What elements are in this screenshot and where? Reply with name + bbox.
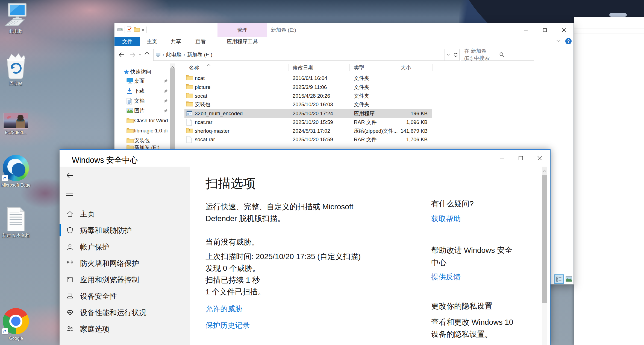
download-icon (127, 88, 133, 95)
aside-improve-heading: 中心 (431, 257, 446, 268)
allowed-threats-link[interactable]: 允许的威胁 (205, 304, 242, 314)
explorer-titlebar[interactable]: 管理 新加卷 (E:) (114, 23, 574, 37)
tab-view[interactable]: 查看 (190, 37, 211, 46)
background-window-toolbar-line (574, 28, 644, 28)
column-divider[interactable] (349, 64, 350, 71)
document-icon (127, 98, 132, 106)
scroll-up-icon[interactable] (542, 167, 547, 175)
new-folder-icon[interactable] (134, 27, 140, 33)
security-nav-item[interactable]: 家庭选项 (60, 321, 190, 337)
qat-dropdown-icon[interactable] (142, 27, 145, 32)
file-name: ncat.rar (195, 118, 212, 126)
security-nav-item[interactable]: 防火墙和网络保护 (60, 255, 190, 272)
security-nav-item[interactable]: 设备性能和运行状况 (60, 305, 190, 321)
sort-ascending-icon (207, 62, 211, 67)
column-header-size[interactable]: 大小 (401, 64, 411, 71)
scrollbar-thumb[interactable] (170, 68, 175, 149)
sidebar-item-label: 下载 (134, 86, 145, 96)
sidebar-item[interactable]: libmagic-1.0.di (114, 126, 172, 136)
page-description: 运行快速、完整、自定义的扫描或 Microsoft (205, 202, 353, 212)
file-row[interactable]: 安装包2025/10/20 16:03文件夹 (184, 100, 432, 109)
breadcrumb-chevron: › (182, 52, 187, 57)
breadcrumb-item[interactable]: 此电脑 (166, 51, 182, 58)
desktop-icon-text-document[interactable]: 新建 文本文档 (0, 207, 32, 238)
sidebar-item[interactable]: Clash.for.Windo (114, 116, 172, 126)
up-icon[interactable] (143, 46, 151, 63)
column-divider[interactable] (289, 64, 289, 71)
file-row[interactable]: ncat2016/6/1 16:04文件夹 (184, 74, 432, 82)
security-nav-item[interactable]: 设备安全性 (60, 288, 190, 305)
file-row[interactable]: 32bit_multi_encoded2025/10/20 17:24应用程序1… (184, 109, 432, 118)
sidebar-item[interactable]: 下载 (114, 86, 172, 96)
file-date: 2025/10/20 15:59 (293, 118, 333, 126)
back-icon[interactable] (66, 172, 74, 180)
tab-file[interactable]: 文件 (114, 37, 140, 46)
security-scrollbar[interactable] (542, 167, 547, 345)
tab-app-tools[interactable]: 应用程序工具 (217, 37, 267, 46)
security-nav-item[interactable]: 应用和浏览器控制 (60, 272, 190, 288)
file-row[interactable]: sherloq-master2024/5/31 17:02压缩(zipped)文… (184, 127, 432, 135)
menu-icon[interactable] (66, 191, 73, 197)
file-row[interactable]: ncat.rar2025/10/20 15:59RAR 文件1,096 KB (184, 118, 432, 126)
home-icon (66, 210, 74, 219)
tab-home[interactable]: 主页 (142, 37, 162, 46)
desktop-icon-chrome[interactable]: Google (0, 308, 32, 341)
close-button[interactable] (532, 152, 547, 165)
thumbnail-view-button[interactable] (565, 276, 572, 282)
ribbon-collapse-icon[interactable] (557, 39, 560, 44)
close-button[interactable] (555, 23, 573, 37)
scrollbar-thumb[interactable] (542, 175, 547, 303)
sidebar-item[interactable]: 桌面 (114, 76, 172, 86)
back-icon[interactable] (118, 46, 125, 63)
column-header-date[interactable]: 修改日期 (293, 64, 313, 71)
file-name: socat.rar (195, 135, 215, 144)
properties-check-icon[interactable] (127, 26, 132, 33)
maximize-button[interactable] (513, 152, 528, 165)
search-input[interactable]: 在 新加卷 (E:) 中搜索 (461, 49, 534, 61)
quick-access-star-icon (123, 69, 130, 76)
sidebar-item-label: libmagic-1.0.di (134, 126, 168, 136)
file-row[interactable]: picture2025/3/9 11:06文件夹 (184, 83, 432, 91)
sidebar-item-quick-access[interactable]: 快速访问 (114, 67, 172, 77)
desktop-icon-image-file[interactable]: 5c23d52f... (0, 113, 32, 135)
protection-history-link[interactable]: 保护历史记录 (205, 320, 250, 330)
refresh-icon[interactable] (453, 49, 458, 60)
app-window-icon (66, 276, 74, 285)
chrome-icon (0, 308, 32, 334)
help-icon[interactable]: ? (565, 38, 572, 44)
column-header-type[interactable]: 类型 (354, 64, 364, 71)
breadcrumb[interactable]: › 此电脑 › 新加卷 (E:) (153, 49, 460, 61)
maximize-button[interactable] (536, 23, 554, 37)
forward-icon[interactable] (129, 46, 136, 63)
desktop-icon-edge[interactable]: Microsoft Edge (0, 155, 32, 188)
pin-icon (164, 89, 168, 94)
minimize-button[interactable] (494, 152, 510, 165)
tab-share[interactable]: 共享 (166, 37, 186, 46)
sidebar-item[interactable]: 图片 (114, 106, 172, 116)
address-dropdown-icon[interactable] (444, 49, 450, 60)
desktop-icon-recycle-bin[interactable]: 回收站 (0, 53, 32, 86)
minimize-button[interactable] (517, 23, 534, 37)
file-type: 文件夹 (354, 100, 369, 109)
sidebar-item-label: 快速访问 (130, 67, 151, 77)
sidebar-item[interactable]: 文档 (114, 96, 172, 106)
desktop-icon-this-pc[interactable]: 此电脑 (0, 2, 32, 34)
file-row[interactable]: socat.rar2025/10/20 15:59RAR 文件1,706 KB (184, 135, 432, 144)
desktop-icon-label: Google (0, 335, 32, 341)
column-divider[interactable] (433, 64, 433, 71)
get-help-link[interactable]: 获取帮助 (431, 214, 461, 224)
security-nav-item[interactable]: 病毒和威胁防护 (60, 222, 190, 239)
details-view-button[interactable] (554, 274, 564, 284)
column-divider[interactable] (398, 64, 398, 71)
file-row[interactable]: socat2015/4/28 20:26文件夹 (184, 92, 432, 100)
aside-privacy-heading: 更改你的隐私设置 (431, 301, 492, 311)
breadcrumb-item[interactable]: 新加卷 (E:) (187, 51, 212, 58)
search-icon[interactable] (496, 52, 534, 57)
security-nav-item[interactable]: 帐户保护 (60, 239, 190, 255)
recent-locations-icon[interactable] (139, 46, 142, 63)
security-nav-item[interactable]: 主页 (60, 206, 190, 222)
desktop-icon-label: 此电脑 (0, 28, 32, 34)
give-feedback-link[interactable]: 提供反馈 (431, 272, 461, 282)
column-header-name[interactable]: 名称 (189, 64, 199, 71)
desktop-icon-label: 新建 文本文档 (0, 233, 32, 238)
